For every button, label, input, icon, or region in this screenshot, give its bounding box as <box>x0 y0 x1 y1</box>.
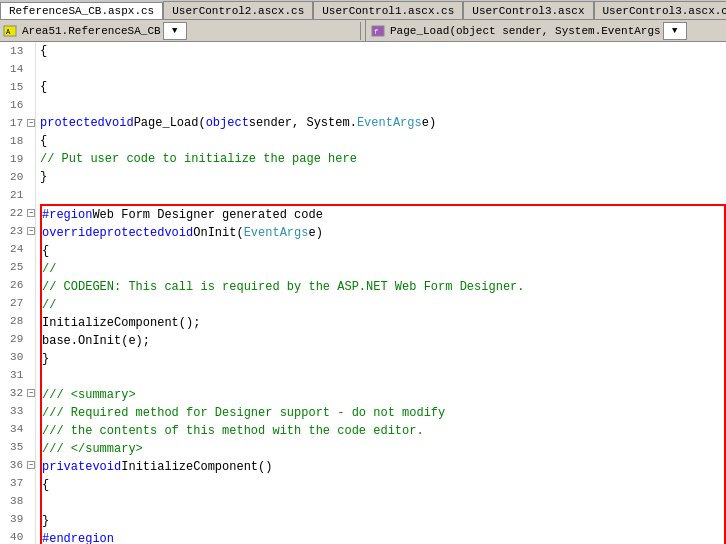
line-row-34: 34 <box>0 420 35 438</box>
code-area: 13 14 15 16 17 − 18 19 <box>0 42 726 544</box>
line-row-18: 18 <box>0 132 35 150</box>
line-row-16: 16 <box>0 96 35 114</box>
line-num-23: 23 <box>0 225 27 237</box>
line-row-22: 22 − <box>0 204 35 222</box>
line-num-40: 40 <box>0 531 27 543</box>
code-line-25: // <box>42 260 724 278</box>
line-row-30: 30 <box>0 348 35 366</box>
line-num-36: 36 <box>0 459 27 471</box>
code-line-33: /// Required method for Designer support… <box>42 404 724 422</box>
line-row-36: 36 − <box>0 456 35 474</box>
code-line-23: override protected void OnInit(EventArgs… <box>42 224 724 242</box>
line-row-29: 29 <box>0 330 35 348</box>
tab-usercontrol3-cs[interactable]: UserControl3.ascx.cs <box>594 1 726 19</box>
line-row-15: 15 <box>0 78 35 96</box>
line-num-22: 22 <box>0 207 27 219</box>
line-row-26: 26 <box>0 276 35 294</box>
toolbar-class-dropdown[interactable]: ▼ <box>163 22 187 40</box>
line-row-24: 24 <box>0 240 35 258</box>
collapse-btn-32[interactable]: − <box>27 389 35 397</box>
line-row-19: 19 <box>0 150 35 168</box>
line-row-39: 39 <box>0 510 35 528</box>
code-line-15: { <box>40 78 726 96</box>
code-line-19: // Put user code to initialize the page … <box>40 150 726 168</box>
code-line-40: #endregion <box>42 530 724 544</box>
collapse-btn-22[interactable]: − <box>27 209 35 217</box>
code-content-wrapper: { { protected void Page_Load(object send… <box>36 42 726 544</box>
line-num-18: 18 <box>0 135 27 147</box>
code-line-14 <box>40 60 726 78</box>
line-num-14: 14 <box>0 63 27 75</box>
tab-usercontrol2[interactable]: UserControl2.ascx.cs <box>163 1 313 19</box>
line-num-31: 31 <box>0 369 27 381</box>
tab-usercontrol1[interactable]: UserControl1.ascx.cs <box>313 1 463 19</box>
line-num-32: 32 <box>0 387 27 399</box>
line-num-30: 30 <box>0 351 27 363</box>
line-row-20: 20 <box>0 168 35 186</box>
line-row-14: 14 <box>0 60 35 78</box>
line-row-33: 33 <box>0 402 35 420</box>
code-line-31 <box>42 368 724 386</box>
toolbar-divider <box>360 22 361 40</box>
class-icon: A <box>2 23 18 39</box>
line-num-16: 16 <box>0 99 27 111</box>
code-line-29: base.OnInit(e); <box>42 332 724 350</box>
line-num-39: 39 <box>0 513 27 525</box>
code-line-26: // CODEGEN: This call is required by the… <box>42 278 724 296</box>
line-num-19: 19 <box>0 153 27 165</box>
code-line-37: { <box>42 476 724 494</box>
svg-text:f: f <box>374 28 378 36</box>
code-line-35: /// </summary> <box>42 440 724 458</box>
tab-label: ReferenceSA_CB.aspx.cs <box>9 5 154 17</box>
tab-usercontrol3-ascx[interactable]: UserControl3.ascx <box>463 1 593 19</box>
code-line-24: { <box>42 242 724 260</box>
line-num-28: 28 <box>0 315 27 327</box>
code-line-27: // <box>42 296 724 314</box>
tab-label: UserControl2.ascx.cs <box>172 5 304 17</box>
code-line-39: } <box>42 512 724 530</box>
method-icon: f <box>370 23 386 39</box>
line-num-34: 34 <box>0 423 27 435</box>
toolbar-left: A Area51.ReferenceSA_CB ▼ <box>2 22 356 40</box>
line-num-33: 33 <box>0 405 27 417</box>
tab-label: UserControl3.ascx.cs <box>603 5 726 17</box>
code-line-20: } <box>40 168 726 186</box>
line-row-35: 35 <box>0 438 35 456</box>
line-row-13: 13 <box>0 42 35 60</box>
line-row-31: 31 <box>0 366 35 384</box>
line-num-25: 25 <box>0 261 27 273</box>
line-num-13: 13 <box>0 45 27 57</box>
line-num-21: 21 <box>0 189 27 201</box>
toolbar-method-text: Page_Load(object sender, System.EventArg… <box>390 25 661 37</box>
toolbar-right: f Page_Load(object sender, System.EventA… <box>365 20 724 41</box>
code-line-30: } <box>42 350 724 368</box>
code-line-22: #region Web Form Designer generated code <box>42 206 724 224</box>
code-line-34: /// the contents of this method with the… <box>42 422 724 440</box>
line-row-32: 32 − <box>0 384 35 402</box>
toolbar-class-text: Area51.ReferenceSA_CB <box>22 25 161 37</box>
code-line-18: { <box>40 132 726 150</box>
line-num-29: 29 <box>0 333 27 345</box>
line-num-27: 27 <box>0 297 27 309</box>
line-row-38: 38 <box>0 492 35 510</box>
toolbar: A Area51.ReferenceSA_CB ▼ f Page_Load(ob… <box>0 20 726 42</box>
line-row-25: 25 <box>0 258 35 276</box>
tab-label: UserControl3.ascx <box>472 5 584 17</box>
collapse-btn-17[interactable]: − <box>27 119 35 127</box>
code-content[interactable]: { { protected void Page_Load(object send… <box>36 42 726 544</box>
code-line-17: protected void Page_Load(object sender, … <box>40 114 726 132</box>
collapse-btn-36[interactable]: − <box>27 461 35 469</box>
line-row-21: 21 <box>0 186 35 204</box>
tab-referencesa-cb[interactable]: ReferenceSA_CB.aspx.cs <box>0 2 163 20</box>
code-line-32: /// <summary> <box>42 386 724 404</box>
toolbar-method-dropdown[interactable]: ▼ <box>663 22 687 40</box>
code-line-21 <box>40 186 726 204</box>
line-num-20: 20 <box>0 171 27 183</box>
collapse-btn-23[interactable]: − <box>27 227 35 235</box>
line-num-24: 24 <box>0 243 27 255</box>
code-line-13: { <box>40 42 726 60</box>
code-line-38 <box>42 494 724 512</box>
line-num-38: 38 <box>0 495 27 507</box>
line-row-27: 27 <box>0 294 35 312</box>
line-row-28: 28 <box>0 312 35 330</box>
